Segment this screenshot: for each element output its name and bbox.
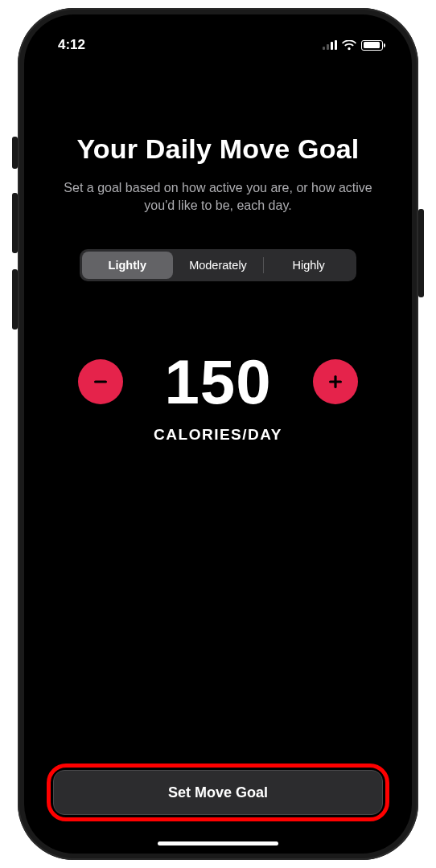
segment-moderately[interactable]: Moderately	[173, 252, 264, 279]
minus-icon	[92, 373, 109, 391]
bottom-area: Set Move Goal	[47, 764, 389, 854]
segment-label: Lightly	[109, 259, 147, 272]
wifi-icon	[342, 40, 356, 51]
segment-label: Highly	[293, 259, 325, 272]
goal-value: 150	[154, 350, 282, 413]
phone-silent-switch	[12, 137, 18, 169]
page-subtitle: Set a goal based on how active you are, …	[47, 179, 389, 215]
page-title: Your Daily Move Goal	[47, 133, 389, 165]
goal-stepper: 150	[47, 350, 389, 413]
status-indicators	[323, 40, 383, 51]
increase-button[interactable]	[313, 359, 358, 404]
cta-label: Set Move Goal	[168, 784, 268, 801]
svg-rect-0	[94, 380, 107, 383]
phone-volume-up	[12, 193, 18, 253]
home-indicator[interactable]	[158, 841, 278, 845]
segment-highly[interactable]: Highly	[263, 252, 354, 279]
cellular-signal-icon	[323, 40, 337, 50]
activity-level-segmented-control[interactable]: Lightly Moderately Highly	[80, 249, 356, 281]
phone-volume-down	[12, 269, 18, 330]
segment-lightly[interactable]: Lightly	[82, 252, 173, 279]
main-content: Your Daily Move Goal Set a goal based on…	[24, 71, 412, 854]
svg-rect-2	[334, 375, 336, 388]
battery-icon	[361, 40, 383, 51]
goal-unit-label: CALORIES/DAY	[47, 426, 389, 444]
status-time: 4:12	[58, 37, 85, 53]
phone-screen: 4:12 Your Daily Move Goal Set a goal bas…	[24, 14, 412, 854]
phone-notch	[125, 14, 311, 42]
annotation-highlight: Set Move Goal	[47, 764, 389, 821]
phone-power-button	[418, 209, 424, 297]
phone-frame: 4:12 Your Daily Move Goal Set a goal bas…	[18, 8, 418, 860]
set-move-goal-button[interactable]: Set Move Goal	[53, 770, 383, 815]
segment-label: Moderately	[189, 259, 247, 272]
plus-icon	[327, 373, 344, 391]
decrease-button[interactable]	[78, 359, 123, 404]
